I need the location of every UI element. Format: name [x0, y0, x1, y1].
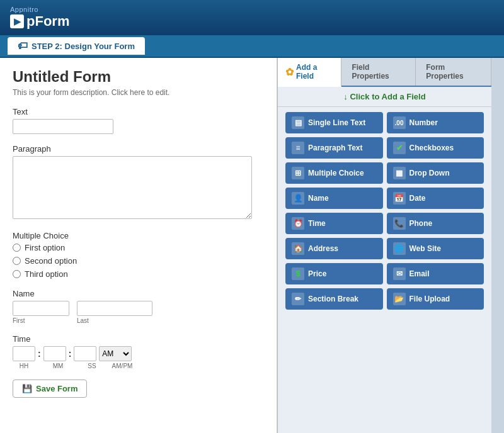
add-field-icon: ✿: [285, 66, 294, 78]
last-name-field: Last: [77, 301, 152, 324]
paragraph-field-section: Paragraph: [13, 144, 264, 221]
address-icon: 🏠: [292, 242, 304, 255]
field-btn-email[interactable]: ✉ Email: [387, 263, 484, 284]
step-tab[interactable]: 🏷 STEP 2: Design Your Form: [8, 37, 145, 55]
field-btn-single-line-text[interactable]: ▤ Single Line Text: [285, 112, 383, 133]
time-field-label: Time: [13, 334, 264, 344]
date-label: Date: [410, 194, 426, 203]
click-to-add-bar: ↓ Click to Add a Field: [278, 87, 491, 107]
main-content: Untitled Form This is your form descript…: [0, 58, 504, 433]
logo-icon: ▶: [10, 14, 24, 28]
field-btn-date[interactable]: 📅 Date: [387, 188, 484, 209]
radio-input-1[interactable]: [13, 244, 21, 252]
email-label: Email: [410, 269, 430, 278]
form-builder-panel: Untitled Form This is your form descript…: [0, 58, 277, 433]
checkboxes-label: Checkboxes: [410, 143, 454, 152]
time-ss-input[interactable]: [74, 346, 96, 361]
field-btn-drop-down[interactable]: ▦ Drop Down: [387, 162, 484, 184]
radio-input-2[interactable]: [13, 257, 21, 265]
field-props-label: Field Properties: [352, 63, 389, 81]
field-btn-multiple-choice[interactable]: ⊞ Multiple Choice: [285, 162, 383, 184]
form-props-label: Form Properties: [426, 63, 463, 81]
drop-down-label: Drop Down: [410, 169, 450, 177]
click-to-add-text: Click to Add a Field: [350, 92, 425, 101]
multiple-choice-field-section: Multiple Choice First option Second opti…: [13, 231, 264, 279]
field-btn-number[interactable]: .00 Number: [387, 112, 484, 133]
tab-add-field[interactable]: ✿ Add a Field: [278, 58, 341, 87]
address-label: Address: [308, 244, 338, 253]
time-hh-input[interactable]: [13, 346, 35, 361]
field-grid: ▤ Single Line Text .00 Number ≡ Paragrap…: [278, 107, 491, 315]
section-break-label: Section Break: [308, 295, 358, 303]
radio-label-1: First option: [25, 243, 65, 252]
tab-form-properties[interactable]: Form Properties: [416, 58, 491, 86]
field-btn-web-site[interactable]: 🌐 Web Site: [387, 238, 484, 259]
web-site-icon: 🌐: [393, 242, 406, 255]
field-btn-section-break[interactable]: ✏ Section Break: [285, 288, 383, 310]
step-label: STEP 2: Design Your Form: [32, 42, 135, 51]
single-line-text-label: Single Line Text: [308, 118, 365, 127]
time-btn-label: Time: [308, 219, 326, 228]
text-field-section: Text: [13, 107, 264, 134]
field-picker-panel: ✿ Add a Field Field Properties Form Prop…: [277, 58, 491, 433]
number-icon: .00: [393, 116, 406, 129]
phone-label: Phone: [410, 219, 433, 228]
name-field-label: Name: [13, 289, 264, 298]
last-name-input[interactable]: [77, 301, 152, 316]
checkboxes-icon: ✔: [393, 142, 406, 154]
field-btn-price[interactable]: $ Price: [285, 263, 383, 284]
file-upload-label: File Upload: [410, 295, 450, 303]
phone-icon: 📞: [393, 217, 406, 230]
time-ampm-label: AM/PM: [106, 363, 139, 369]
time-ampm-select[interactable]: AM PM: [99, 346, 132, 361]
field-btn-checkboxes[interactable]: ✔ Checkboxes: [387, 137, 484, 159]
time-sep-1: :: [38, 349, 41, 359]
first-name-field: First: [13, 301, 69, 324]
last-name-label: Last: [77, 317, 152, 324]
app-name: pForm: [26, 13, 69, 30]
form-description[interactable]: This is your form description. Click her…: [13, 88, 264, 97]
name-row: First Last: [13, 301, 264, 324]
save-icon: 💾: [22, 384, 32, 393]
paragraph-text-label: Paragraph Text: [308, 143, 362, 152]
first-name-input[interactable]: [13, 301, 69, 316]
web-site-label: Web Site: [410, 244, 441, 253]
radio-option-3: Third option: [13, 269, 264, 279]
multiple-choice-icon: ⊞: [292, 167, 304, 179]
name-btn-label: Name: [308, 194, 329, 203]
number-label: Number: [410, 118, 438, 127]
time-mm-input[interactable]: [43, 346, 66, 361]
logo-area: Appnitro ▶ pForm: [10, 6, 69, 30]
radio-label-2: Second option: [25, 256, 77, 266]
multiple-choice-btn-label: Multiple Choice: [308, 169, 364, 177]
save-label: Save Form: [36, 384, 77, 393]
field-btn-phone[interactable]: 📞 Phone: [387, 213, 484, 234]
time-row: : : AM PM: [13, 346, 264, 361]
click-arrow-icon: ↓: [343, 92, 350, 101]
price-label: Price: [308, 269, 326, 278]
form-title[interactable]: Untitled Form: [13, 68, 264, 86]
first-name-label: First: [13, 317, 69, 324]
tab-field-properties[interactable]: Field Properties: [341, 58, 416, 86]
section-break-icon: ✏: [292, 293, 304, 305]
field-btn-time[interactable]: ⏰ Time: [285, 213, 383, 234]
time-sublabels: HH MM SS AM/PM: [13, 363, 264, 369]
time-ss-label: SS: [81, 363, 103, 369]
add-field-label: Add a Field: [296, 63, 333, 81]
save-form-button[interactable]: 💾 Save Form: [13, 380, 87, 398]
radio-option-2: Second option: [13, 256, 264, 266]
field-btn-address[interactable]: 🏠 Address: [285, 238, 383, 259]
email-icon: ✉: [393, 267, 406, 280]
radio-label-3: Third option: [25, 269, 68, 279]
radio-input-3[interactable]: [13, 270, 21, 278]
paragraph-textarea[interactable]: [13, 156, 252, 219]
field-btn-paragraph-text[interactable]: ≡ Paragraph Text: [285, 137, 383, 159]
field-btn-file-upload[interactable]: 📂 File Upload: [387, 288, 484, 310]
file-upload-icon: 📂: [393, 293, 406, 305]
text-input[interactable]: [13, 119, 113, 134]
tab-bar: ✿ Add a Field Field Properties Form Prop…: [278, 58, 491, 87]
drop-down-icon: ▦: [393, 167, 406, 179]
field-btn-name[interactable]: 👤 Name: [285, 188, 383, 209]
text-field-label: Text: [13, 107, 264, 116]
app-header: Appnitro ▶ pForm: [0, 0, 504, 35]
